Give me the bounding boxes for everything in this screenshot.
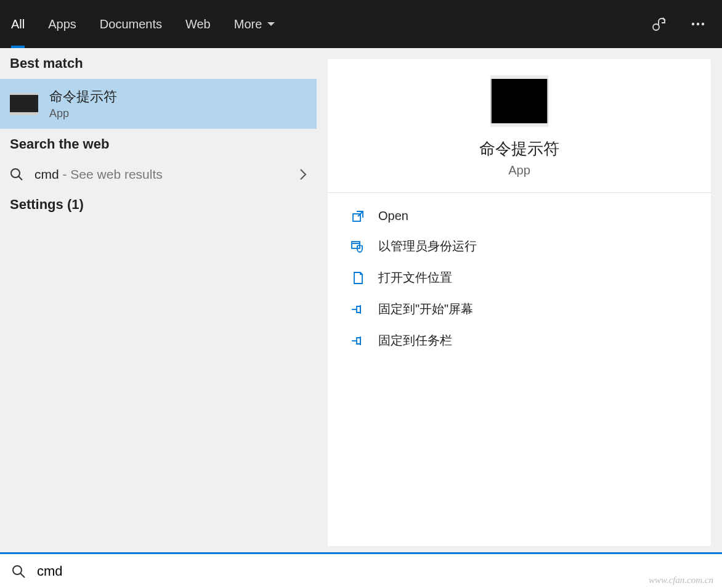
svg-point-1 <box>692 23 694 25</box>
pin-start-icon <box>351 303 365 316</box>
tab-documents[interactable]: Documents <box>100 0 162 48</box>
result-title: 命令提示符 <box>49 88 117 106</box>
action-pin-to-start[interactable]: 固定到"开始"屏幕 <box>328 293 711 325</box>
result-subtitle: App <box>49 107 117 120</box>
folder-location-icon <box>351 271 365 285</box>
result-text: 命令提示符 App <box>49 88 117 120</box>
tab-more[interactable]: More <box>234 0 276 48</box>
svg-line-9 <box>20 573 25 578</box>
chevron-down-icon <box>267 21 275 27</box>
settings-header: Settings (1) <box>0 189 317 220</box>
tab-more-label: More <box>234 17 262 31</box>
topbar-actions <box>651 16 705 32</box>
watermark-text: www.cfan.com.cn <box>649 575 713 586</box>
action-run-as-admin-label: 以管理员身份运行 <box>378 238 477 255</box>
command-prompt-icon <box>10 93 38 115</box>
results-panel: Best match 命令提示符 App Search the web cmd … <box>0 48 317 552</box>
svg-point-3 <box>702 23 704 25</box>
svg-point-8 <box>13 566 22 574</box>
action-open-file-location-label: 打开文件位置 <box>378 269 452 286</box>
svg-point-4 <box>11 169 20 178</box>
feedback-icon[interactable] <box>651 16 667 32</box>
command-prompt-large-icon <box>490 78 548 125</box>
action-open-file-location[interactable]: 打开文件位置 <box>328 262 711 293</box>
action-pin-to-taskbar-label: 固定到任务栏 <box>378 332 452 349</box>
web-query: cmd <box>34 167 59 181</box>
action-list: Open 以管理员身份运行 打开文件位置 <box>328 193 711 365</box>
web-query-text: cmd - See web results <box>34 167 163 182</box>
filter-tabs: All Apps Documents Web More <box>11 0 275 48</box>
web-suffix: - See web results <box>59 167 163 181</box>
preview-title: 命令提示符 <box>479 138 559 160</box>
details-panel: 命令提示符 App Open 以管理员身份运行 <box>328 59 711 546</box>
search-content: Best match 命令提示符 App Search the web cmd … <box>0 48 722 552</box>
action-run-as-admin[interactable]: 以管理员身份运行 <box>328 231 711 262</box>
svg-line-5 <box>18 176 22 180</box>
chevron-right-icon <box>299 168 307 181</box>
open-icon <box>351 210 365 223</box>
action-pin-to-start-label: 固定到"开始"屏幕 <box>378 301 473 317</box>
search-bar: www.cfan.com.cn <box>0 552 722 588</box>
search-filter-bar: All Apps Documents Web More <box>0 0 722 48</box>
action-pin-to-taskbar[interactable]: 固定到任务栏 <box>328 325 711 356</box>
action-open-label: Open <box>378 209 408 223</box>
search-icon <box>11 564 26 579</box>
svg-point-2 <box>697 23 699 25</box>
svg-rect-7 <box>352 242 360 248</box>
web-search-result[interactable]: cmd - See web results <box>0 160 317 189</box>
tab-all[interactable]: All <box>11 0 25 48</box>
best-match-header: Best match <box>0 48 317 79</box>
app-preview: 命令提示符 App <box>328 59 711 193</box>
action-open[interactable]: Open <box>328 202 711 231</box>
search-icon <box>10 168 23 181</box>
search-web-header: Search the web <box>0 129 317 160</box>
preview-subtitle: App <box>508 163 530 178</box>
best-match-result[interactable]: 命令提示符 App <box>0 79 317 129</box>
admin-shield-icon <box>351 240 365 253</box>
search-input[interactable] <box>37 563 711 579</box>
tab-web[interactable]: Web <box>185 0 211 48</box>
pin-taskbar-icon <box>351 334 365 348</box>
more-options-icon[interactable] <box>691 22 705 26</box>
tab-apps[interactable]: Apps <box>48 0 76 48</box>
